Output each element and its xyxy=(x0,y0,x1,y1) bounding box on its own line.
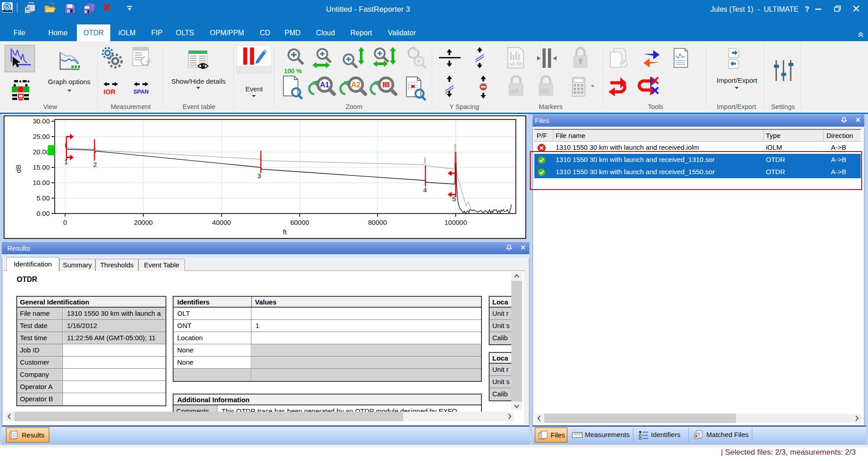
svg-text:80000: 80000 xyxy=(368,219,387,226)
svg-text:100 %: 100 % xyxy=(284,67,302,75)
svg-text:2: 2 xyxy=(93,161,97,168)
svg-text:SPAN: SPAN xyxy=(133,89,149,95)
svg-text:1: 1 xyxy=(64,158,68,166)
svg-text:0.00: 0.00 xyxy=(37,209,50,217)
svg-text:40000: 40000 xyxy=(212,219,231,226)
svg-text:20000: 20000 xyxy=(134,219,153,226)
svg-text:0: 0 xyxy=(63,219,67,226)
svg-text:60000: 60000 xyxy=(290,219,309,226)
svg-text:5.00: 5.00 xyxy=(37,194,50,202)
svg-text:A1: A1 xyxy=(320,81,330,89)
svg-text:dB: dB xyxy=(14,165,22,173)
svg-text:aA: aA xyxy=(511,87,519,95)
svg-text:15.00: 15.00 xyxy=(33,163,50,171)
svg-text:5: 5 xyxy=(452,195,456,203)
svg-text:25.00: 25.00 xyxy=(33,133,50,140)
svg-text:aA Bb: aA Bb xyxy=(509,61,522,67)
svg-text:100000: 100000 xyxy=(444,219,467,226)
svg-text:10.00: 10.00 xyxy=(33,179,50,186)
svg-text:A2: A2 xyxy=(351,81,361,89)
svg-text:bB: bB xyxy=(541,87,549,95)
svg-text:3: 3 xyxy=(257,172,261,180)
svg-text:20.00: 20.00 xyxy=(33,148,50,156)
svg-text:ft: ft xyxy=(283,228,287,236)
svg-text:IOR: IOR xyxy=(104,88,116,95)
svg-text:4: 4 xyxy=(423,186,427,194)
svg-text:30.00: 30.00 xyxy=(33,117,50,125)
